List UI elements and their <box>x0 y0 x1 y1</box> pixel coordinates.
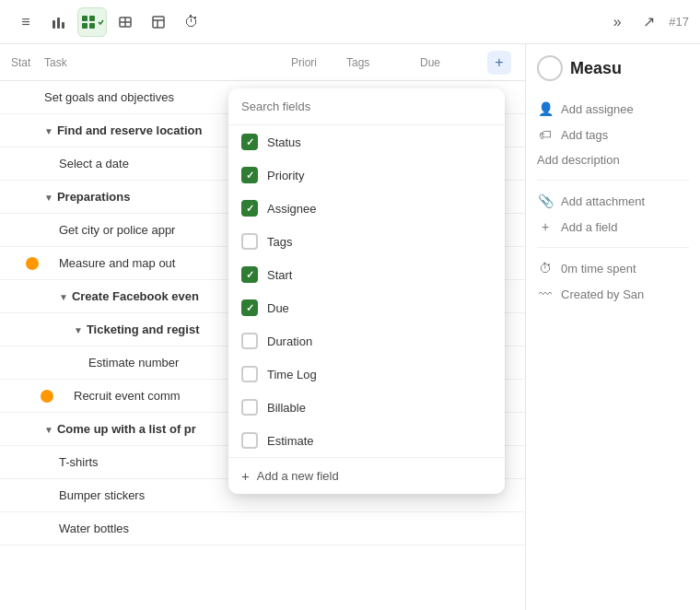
col-header-stat: Stat <box>11 56 44 69</box>
field-checkbox[interactable] <box>241 200 258 217</box>
svg-rect-1 <box>57 18 60 29</box>
field-item[interactable]: Due <box>228 291 505 324</box>
field-name: Status <box>267 135 301 149</box>
panel-divider <box>537 180 689 181</box>
field-checkbox[interactable] <box>241 333 258 349</box>
description-label: Add description <box>537 153 620 167</box>
assignee-item[interactable]: 👤 Add assignee <box>537 96 689 122</box>
nav-icons: » ↗ #17 <box>602 7 689 37</box>
add-col-plus-icon[interactable]: + <box>487 51 511 75</box>
field-name: Duration <box>267 334 312 348</box>
back-nav-icon[interactable]: ↗ <box>634 7 663 37</box>
col-header-tags: Tags <box>346 56 420 69</box>
field-name: Assignee <box>267 202 316 216</box>
field-item[interactable]: Estimate <box>228 424 505 457</box>
field-name: Billable <box>267 401 306 415</box>
field-checkbox[interactable] <box>241 266 258 283</box>
time-spent-label: 0m time spent <box>561 262 636 276</box>
add-field-label: Add a new field <box>257 469 339 483</box>
attachment-label: Add attachment <box>561 194 645 208</box>
svg-rect-3 <box>82 16 88 21</box>
time-spent-item: ⏱ 0m time spent <box>537 255 689 281</box>
tag-icon: 🏷 <box>537 127 554 142</box>
field-item[interactable]: Duration <box>228 324 505 358</box>
search-fields-input[interactable] <box>241 100 492 113</box>
field-list: StatusPriorityAssigneeTagsStartDueDurati… <box>228 125 505 457</box>
bar-chart-view-icon[interactable] <box>44 7 74 37</box>
col-header-task: Task <box>44 56 291 69</box>
field-name: Priority <box>267 169 304 182</box>
svg-rect-10 <box>153 17 164 28</box>
activity-icon: 〰 <box>537 287 554 301</box>
expand-icon[interactable]: ▼ <box>44 425 53 435</box>
svg-rect-4 <box>89 16 95 21</box>
task-name: Water bottles <box>59 522 514 535</box>
clock-icon: ⏱ <box>537 261 554 276</box>
assignee-label: Add assignee <box>561 102 634 116</box>
svg-rect-0 <box>52 20 55 29</box>
tags-label: Add tags <box>561 128 608 142</box>
panel-divider-2 <box>537 247 689 248</box>
svg-rect-6 <box>89 23 95 29</box>
table-header: Stat Task Priori Tags Due + <box>0 44 525 81</box>
created-by-item: 〰 Created by San <box>537 281 689 307</box>
field-checkbox[interactable] <box>241 299 258 316</box>
field-name: Estimate <box>267 434 314 448</box>
forward-nav-icon[interactable]: » <box>602 7 632 37</box>
description-item[interactable]: Add description <box>537 147 689 172</box>
timer-view-icon[interactable]: ⏱ <box>177 7 206 37</box>
field-item[interactable]: Assignee <box>228 192 505 225</box>
panel-title: Measu <box>570 59 622 78</box>
expand-icon[interactable]: ▼ <box>44 126 53 136</box>
field-checkbox[interactable] <box>241 366 258 382</box>
col-header-due: Due <box>420 56 484 69</box>
add-field-item[interactable]: + Add a field <box>537 214 689 240</box>
field-name: Start <box>267 268 292 282</box>
attachment-icon: 📎 <box>537 194 554 208</box>
field-name: Time Log <box>267 368 317 381</box>
align-view-icon[interactable] <box>111 7 140 37</box>
svg-rect-2 <box>62 22 64 29</box>
list-view-icon[interactable]: ≡ <box>11 7 41 37</box>
field-item[interactable]: Billable <box>228 391 505 424</box>
field-item[interactable]: Time Log <box>228 358 505 391</box>
expand-icon[interactable]: ▼ <box>74 325 83 335</box>
field-checkbox[interactable] <box>241 134 258 150</box>
task-id-label: #17 <box>669 15 689 29</box>
col-header-priority: Priori <box>291 56 346 69</box>
add-field-label: Add a field <box>561 220 617 234</box>
task-row[interactable]: Water bottles <box>0 512 525 545</box>
expand-icon[interactable]: ▼ <box>44 193 53 203</box>
created-by-label: Created by San <box>561 287 644 301</box>
field-item[interactable]: Start <box>228 258 505 291</box>
field-item[interactable]: Status <box>228 125 505 158</box>
field-item[interactable]: Tags <box>228 225 505 258</box>
field-name: Tags <box>267 235 292 249</box>
plus-icon: + <box>537 219 554 234</box>
add-icon: + <box>241 468 250 484</box>
field-item[interactable]: Priority <box>228 158 505 192</box>
field-checkbox[interactable] <box>241 167 258 183</box>
field-checkbox[interactable] <box>241 432 258 449</box>
panel-header: Measu <box>537 55 689 81</box>
grid-view-icon[interactable] <box>77 7 107 37</box>
svg-rect-5 <box>82 23 88 29</box>
person-icon: 👤 <box>537 101 554 116</box>
table-view-icon[interactable] <box>144 7 173 37</box>
field-name: Due <box>267 301 289 315</box>
tags-item[interactable]: 🏷 Add tags <box>537 122 689 147</box>
add-column-button[interactable]: + <box>484 51 514 75</box>
right-panel: Measu 👤 Add assignee 🏷 Add tags Add desc… <box>525 44 700 610</box>
field-checkbox[interactable] <box>241 399 258 416</box>
field-checkbox[interactable] <box>241 233 258 250</box>
status-dot <box>41 390 53 403</box>
expand-icon[interactable]: ▼ <box>59 292 68 302</box>
search-box <box>228 88 505 125</box>
attachment-item[interactable]: 📎 Add attachment <box>537 188 689 214</box>
status-dot <box>26 257 39 270</box>
task-status-circle[interactable] <box>537 55 563 81</box>
toolbar: ≡ <box>0 0 700 44</box>
fields-dropdown: StatusPriorityAssigneeTagsStartDueDurati… <box>228 88 505 494</box>
add-new-field-button[interactable]: + Add a new field <box>228 457 505 494</box>
